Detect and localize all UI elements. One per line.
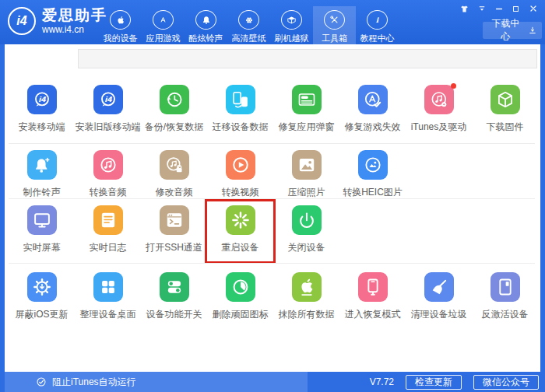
nav-item-wallpapers[interactable]: 高清壁纸 xyxy=(227,6,270,44)
tool-convert-heic[interactable]: 转换HEIC图片 xyxy=(339,150,406,199)
tool-live-screen[interactable]: 实时屏幕 xyxy=(9,205,75,254)
download-center-button[interactable]: 下载中心 xyxy=(483,22,542,39)
tool-label: 打开SSH通道 xyxy=(146,241,202,254)
tool-label: 修改音频 xyxy=(156,186,193,199)
tool-install-mobile-client[interactable]: i4安装移动端 xyxy=(9,85,75,134)
tool-migrate-device-data[interactable]: 迁移设备数据 xyxy=(207,85,273,134)
apple-id-card-icon xyxy=(292,85,322,114)
nav-item-flash-jailbreak[interactable]: 刷机越狱 xyxy=(270,6,313,44)
play-circle-icon xyxy=(226,150,255,180)
broom-icon xyxy=(424,272,454,302)
tool-label: 安装移动端 xyxy=(19,121,65,134)
tool-make-ringtone[interactable]: 制作铃声 xyxy=(9,150,75,199)
toolbox-wrench-icon xyxy=(324,10,345,30)
tool-label: 转换音频 xyxy=(90,186,127,199)
download-icon xyxy=(528,26,537,35)
tool-install-old-mobile-client[interactable]: i4安装旧版移动端 xyxy=(75,85,141,134)
tool-label: 实时屏幕 xyxy=(23,241,61,254)
main-nav: 我的设备应用游戏酷炫铃声高清壁纸刷机越狱工具箱i教程中心 xyxy=(99,6,399,44)
download-center-label: 下载中心 xyxy=(487,17,524,44)
svg-text:i4: i4 xyxy=(38,95,46,103)
tool-deactivate-device[interactable]: 反激活设备 xyxy=(472,272,538,321)
phone-cable-icon xyxy=(358,272,388,302)
tool-label: 修复应用弹窗 xyxy=(279,121,335,134)
check-update-button[interactable]: 检查更新 xyxy=(406,375,462,390)
tool-block-ios-update[interactable]: 屏蔽iOS更新 xyxy=(9,272,75,321)
i4-app-icon: i4 xyxy=(93,85,123,114)
menu-caret-icon[interactable] xyxy=(475,2,488,15)
tool-label: 制作铃声 xyxy=(23,186,61,199)
toggles-icon xyxy=(160,272,189,302)
tool-label: 设备功能开关 xyxy=(146,308,202,321)
tool-label: 重启设备 xyxy=(222,241,259,254)
minimize-icon[interactable] xyxy=(492,2,505,15)
info-icon: i xyxy=(367,10,388,30)
nav-item-toolbox[interactable]: 工具箱 xyxy=(313,6,356,44)
tool-convert-audio[interactable]: 转换音频 xyxy=(75,150,141,199)
close-icon[interactable] xyxy=(526,2,540,15)
terminal-icon xyxy=(160,205,189,235)
nav-label: 应用游戏 xyxy=(146,33,181,44)
skin-shirt-icon[interactable] xyxy=(458,2,471,15)
tool-erase-all-data[interactable]: 抹除所有数据 xyxy=(273,272,339,321)
i4-app-icon: i4 xyxy=(27,85,57,114)
tool-label: 转换HEIC图片 xyxy=(343,186,403,199)
log-document-icon xyxy=(93,205,123,235)
tool-label: 实时日志 xyxy=(90,241,127,254)
migrate-devices-icon xyxy=(226,85,255,114)
nav-item-app-games[interactable]: 应用游戏 xyxy=(142,6,185,44)
tool-fix-game-invalid[interactable]: 修复游戏失效 xyxy=(339,85,406,134)
top-banner-strip xyxy=(78,49,537,68)
tool-label: 下载固件 xyxy=(487,121,524,134)
tool-row-4: 屏蔽iOS更新整理设备桌面设备功能开关删除顽固图标抹除所有数据进入恢复模式清理设… xyxy=(9,272,538,321)
tool-convert-video[interactable]: 转换视频 xyxy=(207,150,273,199)
tool-device-switches[interactable]: 设备功能开关 xyxy=(141,272,207,321)
tool-fix-app-popup[interactable]: 修复应用弹窗 xyxy=(273,85,339,134)
row-divider xyxy=(9,143,535,144)
power-icon xyxy=(292,205,322,235)
tool-label: iTunes及驱动 xyxy=(411,121,467,134)
wechat-official-button[interactable]: 微信公众号 xyxy=(473,375,539,390)
tool-itunes-and-driver[interactable]: iTunes及驱动 xyxy=(406,85,472,134)
tool-label: 关闭设备 xyxy=(288,241,325,254)
appstore-icon xyxy=(153,10,174,30)
tool-live-log[interactable]: 实时日志 xyxy=(75,205,141,254)
tool-organize-homescreen[interactable]: 整理设备桌面 xyxy=(75,272,141,321)
music-circle-icon xyxy=(93,150,123,180)
cube-icon xyxy=(490,85,520,114)
nav-item-ringtones[interactable]: 酷炫铃声 xyxy=(185,6,227,44)
backup-clock-icon xyxy=(160,85,189,114)
nav-label: 我的设备 xyxy=(104,33,138,44)
tool-clean-device-junk[interactable]: 清理设备垃圾 xyxy=(406,272,472,321)
apple-icon xyxy=(110,10,131,30)
nav-item-my-devices[interactable]: 我的设备 xyxy=(99,6,142,44)
tool-row-1: i4安装移动端i4安装旧版移动端备份/恢复数据迁移设备数据修复应用弹窗修复游戏失… xyxy=(9,85,538,134)
block-itunes-toggle[interactable]: 阻止iTunes自动运行 xyxy=(5,372,308,392)
i4-logo-icon: i4 xyxy=(8,7,36,35)
tool-label: 整理设备桌面 xyxy=(80,308,136,321)
bell-icon xyxy=(195,10,216,30)
nav-label: 教程中心 xyxy=(360,33,395,44)
tool-label: 抹除所有数据 xyxy=(279,308,335,321)
tool-shutdown-device[interactable]: 关闭设备 xyxy=(273,205,339,254)
tool-delete-stubborn-icons[interactable]: 删除顽固图标 xyxy=(207,272,273,321)
statusbar-right: V7.72 检查更新 微信公众号 xyxy=(370,372,539,392)
tool-restart-device[interactable]: 重启设备 xyxy=(207,205,273,254)
row-divider xyxy=(9,263,535,264)
restart-spinner-icon xyxy=(226,205,255,235)
tool-label: 迁移设备数据 xyxy=(213,121,269,134)
tool-label: 修复游戏失效 xyxy=(345,121,401,134)
tool-compress-photos[interactable]: 压缩照片 xyxy=(273,150,339,199)
tool-enter-recovery-mode[interactable]: 进入恢复模式 xyxy=(339,272,406,321)
nav-item-tutorials[interactable]: i教程中心 xyxy=(356,6,399,44)
grid-icon xyxy=(93,272,123,302)
check-circle-icon xyxy=(36,376,47,387)
tool-edit-audio[interactable]: 修改音频 xyxy=(141,150,207,199)
svg-text:i4: i4 xyxy=(104,95,112,103)
tool-backup-restore-data[interactable]: 备份/恢复数据 xyxy=(141,85,207,134)
maximize-icon[interactable] xyxy=(509,2,522,15)
photo-circle-icon xyxy=(358,150,388,180)
tool-open-ssh-tunnel[interactable]: 打开SSH通道 xyxy=(141,205,207,254)
tool-download-firmware[interactable]: 下载固件 xyxy=(472,85,538,134)
app-window: i4 爱思助手 www.i4.cn 我的设备应用游戏酷炫铃声高清壁纸刷机越狱工具… xyxy=(0,0,545,392)
